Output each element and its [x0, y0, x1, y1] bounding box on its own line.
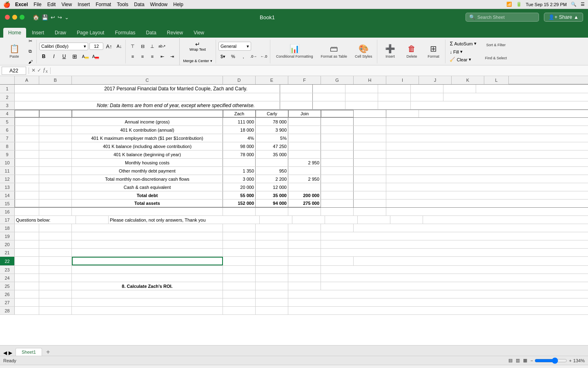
tab-formulas[interactable]: Formulas — [110, 28, 140, 38]
cell-d10[interactable] — [223, 159, 256, 166]
cell-e28[interactable] — [256, 307, 288, 314]
cell-b4[interactable] — [39, 110, 72, 117]
cell-c7[interactable]: 401 K maximum employer match ($1 per $1c… — [72, 134, 223, 142]
cell-h17[interactable] — [390, 216, 423, 224]
cell-b13[interactable] — [39, 183, 72, 191]
cell-reference-box[interactable]: A22 — [2, 67, 26, 75]
insert-cells-button[interactable]: ➕ Insert — [380, 40, 400, 63]
cell-g1[interactable] — [378, 85, 411, 93]
cell-d18[interactable] — [223, 224, 256, 232]
cell-c15[interactable]: Total assets — [72, 200, 223, 207]
cell-d20[interactable] — [223, 240, 256, 248]
cell-h9[interactable] — [354, 150, 386, 158]
format-cells-button[interactable]: ⊞ Format — [423, 40, 443, 63]
notification-icon[interactable]: ☰ — [581, 2, 585, 7]
row-number-6[interactable]: 6 — [0, 126, 15, 134]
menu-data[interactable]: Data — [134, 2, 144, 7]
clear-button[interactable]: 🧹 Clear ▾ — [448, 56, 478, 63]
formula-input[interactable] — [55, 68, 586, 74]
merge-center-button[interactable]: Merge & Center ▾ — [181, 56, 214, 65]
cell-e23[interactable] — [256, 266, 288, 274]
cell-a3[interactable] — [15, 101, 39, 109]
cell-b5[interactable] — [39, 118, 72, 126]
cell-a14[interactable] — [15, 191, 39, 199]
cell-f13[interactable] — [288, 183, 321, 191]
cell-d15[interactable]: 152 000 — [223, 200, 256, 207]
cell-d9[interactable]: 78 000 — [223, 150, 256, 158]
cell-e12[interactable]: 2 200 — [256, 175, 288, 183]
cell-g15[interactable] — [321, 200, 354, 207]
increase-indent-button[interactable]: ⇥ — [167, 52, 176, 61]
cell-b17[interactable] — [76, 216, 109, 224]
row-number-1[interactable]: 1 — [0, 85, 15, 93]
increase-decimal-button[interactable]: .0→ — [249, 52, 258, 61]
orientation-button[interactable]: ab↗ — [158, 42, 167, 51]
cell-c25[interactable]: 8. Calculate Zach's ROI. — [72, 282, 223, 290]
cell-f23[interactable] — [288, 266, 321, 274]
share-button[interactable]: 👤+ Share ▲ — [544, 13, 583, 22]
cell-g9[interactable] — [321, 150, 354, 158]
cell-c21[interactable] — [72, 249, 223, 256]
cell-d11[interactable]: 1 350 — [223, 167, 256, 175]
cell-e22[interactable] — [256, 257, 288, 265]
cell-f9[interactable] — [288, 150, 321, 158]
underline-button[interactable]: U — [60, 52, 69, 61]
cell-e21[interactable] — [256, 249, 288, 256]
cell-f22[interactable] — [288, 257, 321, 265]
cell-c11[interactable]: Other monthly debt payment — [72, 167, 223, 175]
row-number-7[interactable]: 7 — [0, 134, 15, 142]
nav-prev-icon[interactable]: ◀ — [3, 350, 7, 356]
cell-c9[interactable]: 401 K balance (beginning of year) — [72, 150, 223, 158]
cell-a22[interactable] — [15, 257, 39, 265]
cell-d21[interactable] — [223, 249, 256, 256]
undo-icon[interactable]: ↩ — [51, 14, 55, 20]
cell-a4[interactable] — [15, 110, 39, 117]
cell-d5[interactable]: 111 000 — [223, 118, 256, 126]
cell-b8[interactable] — [39, 142, 72, 150]
row-number-2[interactable]: 2 — [0, 93, 15, 101]
cell-f1[interactable] — [345, 85, 378, 93]
zoom-out-button[interactable]: − — [530, 358, 533, 363]
cell-f6[interactable] — [288, 126, 321, 134]
cell-a25[interactable] — [15, 282, 39, 290]
cell-h11[interactable] — [354, 167, 386, 175]
cell-b16[interactable] — [39, 208, 72, 215]
cell-e27[interactable] — [256, 298, 288, 306]
cell-d23[interactable] — [223, 266, 256, 274]
cell-f2[interactable] — [345, 93, 378, 101]
row-number-26[interactable]: 26 — [0, 290, 15, 298]
cell-b6[interactable] — [39, 126, 72, 134]
cell-d19[interactable] — [223, 232, 256, 240]
cell-a7[interactable] — [15, 134, 39, 142]
cell-f24[interactable] — [288, 274, 321, 282]
cell-b19[interactable] — [39, 232, 72, 240]
cell-d8[interactable]: 98 000 — [223, 142, 256, 150]
col-header-g[interactable]: G — [321, 76, 354, 84]
delete-cells-button[interactable]: 🗑 Delete — [401, 40, 422, 63]
cell-a18[interactable] — [15, 224, 39, 232]
cell-d28[interactable] — [223, 307, 256, 314]
cell-c22[interactable] — [72, 257, 223, 265]
nav-next-icon[interactable]: ▶ — [9, 350, 12, 356]
row-number-27[interactable]: 27 — [0, 298, 15, 306]
align-middle-button[interactable]: ⊟ — [138, 42, 147, 51]
cell-c28[interactable] — [72, 307, 223, 314]
cell-f16[interactable] — [288, 208, 321, 215]
cell-f3[interactable] — [345, 101, 378, 109]
menu-format[interactable]: Format — [96, 2, 111, 7]
cell-d14[interactable]: 55 000 — [223, 191, 256, 199]
cell-e3[interactable] — [313, 101, 345, 109]
italic-button[interactable]: I — [49, 52, 58, 61]
comma-button[interactable]: , — [239, 52, 248, 61]
cut-button[interactable]: ✂ — [26, 37, 35, 46]
cell-b25[interactable] — [39, 282, 72, 290]
row-number-25[interactable]: 25 — [0, 282, 15, 290]
decrease-indent-button[interactable]: ⇤ — [158, 52, 167, 61]
autosum-button[interactable]: Σ AutoSum ▾ — [448, 40, 478, 47]
zoom-slider[interactable] — [535, 357, 567, 364]
cell-h2[interactable] — [411, 93, 443, 101]
cell-c8[interactable]: 401 K balance (including above contribut… — [72, 142, 223, 150]
decrease-decimal-button[interactable]: ←.0 — [259, 52, 268, 61]
cell-c26[interactable] — [72, 290, 223, 298]
cell-e14[interactable]: 35 000 — [256, 191, 288, 199]
